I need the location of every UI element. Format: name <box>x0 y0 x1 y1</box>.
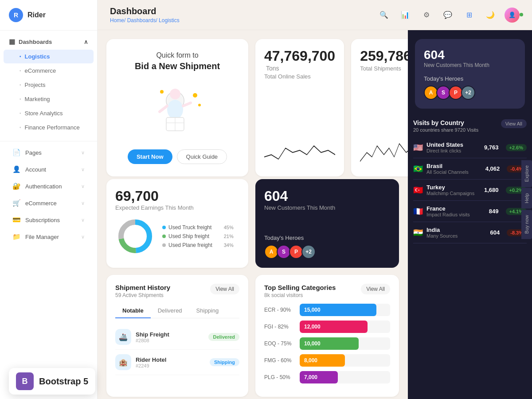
tab-notable[interactable]: Notable <box>115 304 151 318</box>
sidebar-item-finance[interactable]: Finance Performance <box>4 121 94 134</box>
categories-subtitle: 8k social visitors <box>264 292 336 298</box>
tab-delivered[interactable]: Delivered <box>151 304 189 318</box>
shipments-chart <box>360 139 408 168</box>
vertical-labels: Explore Help Buy now <box>521 160 532 239</box>
sidebar-item-auth[interactable]: 🔐 Authentication ∨ <box>4 178 94 194</box>
ship-freight-icon: 🚢 <box>115 329 131 345</box>
main-area: Dashboard Home/ Dashboards/ Logistics 🔍 … <box>98 0 532 399</box>
categories-title: Top Selling Categories <box>264 284 336 291</box>
svg-point-9 <box>193 93 197 98</box>
shipment-item-1: 🚢 Ship Freight #2808 Delivered <box>115 325 239 350</box>
search-icon[interactable]: 🔍 <box>377 8 391 22</box>
shipment-status-2: Shipping <box>210 358 239 366</box>
sidebar-item-marketing[interactable]: Marketing <box>4 92 94 106</box>
shipment-title: Shipment History <box>115 284 170 291</box>
chevron-down-icon: ∨ <box>81 234 85 240</box>
heroes-avatars: A S P +2 <box>264 245 390 259</box>
bar-eoq: EOQ - 75% 10,000 <box>264 337 390 350</box>
grid-icon[interactable]: ⊞ <box>462 8 476 22</box>
settings-icon[interactable]: ⚙ <box>419 8 434 22</box>
sidebar-item-store-analytics[interactable]: Store Analytics <box>4 106 94 120</box>
quick-guide-button[interactable]: Quick Guide <box>177 149 227 164</box>
bar-fmg-label: FMG - 60% <box>264 357 295 364</box>
freight-legend: Used Truck freight 45% Used Ship freight… <box>162 224 234 248</box>
shipments-value: 259,786 <box>360 48 408 64</box>
promo-card: Quick form to Bid a New Shipment <box>106 39 248 176</box>
page-title: Dashboard <box>110 6 180 16</box>
categories-header: Top Selling Categories 8k social visitor… <box>264 284 390 298</box>
account-icon: 👤 <box>12 165 21 173</box>
chevron-down-icon: ∨ <box>81 217 85 223</box>
chevron-down-icon: ∨ <box>81 150 85 156</box>
subscriptions-icon: 💳 <box>12 216 21 224</box>
online-indicator <box>520 13 523 16</box>
sidebar-item-account[interactable]: 👤 Account ∨ <box>4 161 94 177</box>
shipments-header: 259,786 <box>360 48 408 64</box>
right-customers-card: 604 New Customers This Month Today's Her… <box>415 39 525 109</box>
shipment-status-1: Delivered <box>208 333 239 341</box>
shipments-label: Total Shipments <box>360 65 408 72</box>
bar-plg-track: 7,000 <box>300 371 390 383</box>
svg-point-3 <box>167 100 183 119</box>
heroes-label: Today's Heroes <box>264 235 390 241</box>
dashboard-content: Quick form to Bid a New Shipment <box>98 30 408 399</box>
header-title-area: Dashboard Home/ Dashboards/ Logistics <box>110 6 180 23</box>
tab-shipping[interactable]: Shipping <box>189 304 226 318</box>
country-us: 🇺🇸 United States Direct link clicks 9,76… <box>413 137 527 158</box>
svg-point-10 <box>198 104 201 106</box>
right-customers-label: New Customers This Month <box>424 62 516 68</box>
right-avatars: A S P +2 <box>424 86 516 100</box>
visits-header: Visits by Country 20 countries share 972… <box>413 119 527 133</box>
sidebar-item-files[interactable]: 📁 File Manager ∨ <box>4 229 94 245</box>
shipment-subtitle: 59 Active Shipments <box>115 292 170 298</box>
chevron-up-icon: ∧ <box>84 39 88 45</box>
dashboards-section: ▦ Dashboards ∧ Logistics eCommerce Proje… <box>0 31 97 138</box>
svg-point-11 <box>160 90 164 94</box>
sidebar-item-ecommerce-nav[interactable]: 🛒 eCommerce ∨ <box>4 195 94 211</box>
dark-mode-toggle[interactable]: 🌙 <box>483 8 497 22</box>
categories-view-all[interactable]: View All <box>361 284 390 294</box>
watermark: B Bootstrap 5 <box>9 368 95 395</box>
pages-icon: 📄 <box>12 149 21 156</box>
explore-label[interactable]: Explore <box>521 160 532 187</box>
sidebar-item-logistics[interactable]: Logistics <box>4 50 94 63</box>
visits-view-all[interactable]: View All <box>501 119 527 128</box>
buy-now-label[interactable]: Buy now <box>521 210 532 239</box>
app-name: Rider <box>27 11 46 19</box>
sidebar-item-subscriptions[interactable]: 💳 Subscriptions ∨ <box>4 212 94 228</box>
chart-icon[interactable]: 📊 <box>398 8 412 22</box>
right-hero-more: +2 <box>461 86 475 100</box>
promo-title: Quick form to <box>156 51 198 59</box>
content-area: Quick form to Bid a New Shipment <box>98 30 532 399</box>
app-logo[interactable]: R Rider <box>0 0 97 31</box>
tr-flag: 🇹🇷 <box>413 185 423 195</box>
user-avatar[interactable]: 👤 <box>505 8 520 23</box>
svg-line-5 <box>183 103 191 106</box>
shipment-view-all[interactable]: View All <box>210 284 239 294</box>
start-now-button[interactable]: Start Now <box>128 149 172 164</box>
notification-icon[interactable]: 💬 <box>441 8 455 22</box>
visits-section: Visits by Country 20 countries share 972… <box>408 114 532 243</box>
freight-breakdown: Used Truck freight 45% Used Ship freight… <box>115 216 239 256</box>
fr-flag: 🇫🇷 <box>413 207 423 216</box>
total-shipments-card: 259,786 Total Shipments <box>351 39 408 176</box>
br-flag: 🇧🇷 <box>413 164 423 174</box>
dashboards-group[interactable]: ▦ Dashboards ∧ <box>0 34 97 49</box>
shipment-history-card: Shipment History 59 Active Shipments Vie… <box>106 275 248 397</box>
bar-fgi-label: FGI - 82% <box>264 324 295 330</box>
ship-legend: Used Ship freight 21% <box>162 233 234 239</box>
sidebar-item-ecommerce[interactable]: eCommerce <box>4 64 94 78</box>
earnings-card: 69,700 Expected Earnings This Month <box>106 179 248 268</box>
sidebar-item-pages[interactable]: 📄 Pages ∨ <box>4 145 94 160</box>
ship-dot <box>162 235 166 238</box>
categories-bars: ECR - 90% 15,000 FGI - 82% 1 <box>264 304 390 383</box>
sidebar-item-projects[interactable]: Projects <box>4 78 94 92</box>
total-sales-card: 47,769,700 Tons Total Online Sales <box>255 39 344 176</box>
help-label[interactable]: Help <box>521 188 532 209</box>
bootstrap-text: Bootstrap 5 <box>39 376 88 387</box>
promo-buttons: Start Now Quick Guide <box>128 149 227 164</box>
country-list: 🇺🇸 United States Direct link clicks 9,76… <box>413 137 527 243</box>
country-br: 🇧🇷 Brasil All Social Channels 4,062 -0.4… <box>413 158 527 180</box>
in-flag: 🇮🇳 <box>413 228 423 238</box>
total-sales-unit: Tons <box>266 65 279 72</box>
